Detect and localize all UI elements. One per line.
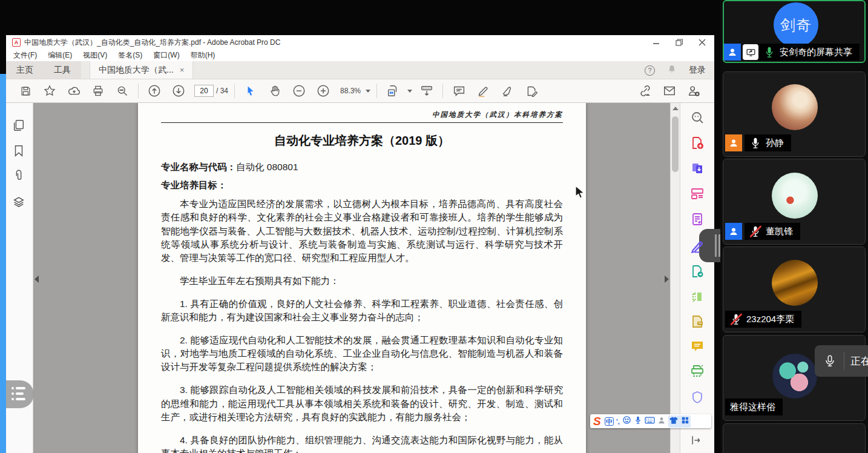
email-icon[interactable] bbox=[657, 82, 682, 100]
comment-tool-icon[interactable] bbox=[690, 339, 705, 356]
print-icon[interactable] bbox=[86, 82, 110, 100]
organize-pages-tool-icon[interactable] bbox=[690, 187, 705, 203]
save-icon[interactable] bbox=[13, 82, 38, 100]
comment-icon[interactable] bbox=[447, 82, 471, 100]
bookmarks-icon[interactable] bbox=[12, 144, 25, 160]
fill-sign-tool-icon[interactable] bbox=[690, 239, 706, 257]
document-viewport[interactable]: 中国地质大学（武汉）本科培养方案 自动化专业培养方案（2019 版） 专业名称与… bbox=[33, 103, 670, 453]
page-fit-icon[interactable] bbox=[381, 82, 405, 100]
vertical-scrollbar[interactable] bbox=[670, 103, 680, 453]
scrollbar-thumb[interactable] bbox=[672, 116, 679, 172]
zoom-in-icon[interactable] bbox=[311, 82, 335, 100]
zoom-level-value[interactable]: 88.3% bbox=[340, 87, 361, 95]
prepare-form-tool-icon[interactable] bbox=[690, 314, 705, 331]
page-number-input[interactable]: 20 bbox=[194, 85, 214, 97]
menu-sign[interactable]: 签名(S) bbox=[118, 50, 142, 61]
collapse-right-panel-icon[interactable] bbox=[665, 276, 669, 283]
title-bar[interactable]: A 中国地质大学（武汉）_自动化类_自动化_培养方案.pdf - Adobe A… bbox=[6, 35, 714, 50]
page-fit-dropdown-icon[interactable] bbox=[407, 90, 412, 93]
attachments-paperclip-icon[interactable] bbox=[12, 169, 25, 185]
restore-button[interactable] bbox=[676, 39, 683, 46]
collapse-left-panel-icon[interactable] bbox=[35, 276, 39, 283]
ime-toolbar: S 中 ’, bbox=[590, 414, 711, 428]
field-value: 自动化 080801 bbox=[236, 162, 298, 172]
pdf-page: 中国地质大学（武汉）本科培养方案 自动化专业培养方案（2019 版） 专业名称与… bbox=[138, 103, 586, 453]
participant-name: 董凯锋 bbox=[766, 226, 793, 237]
sign-in-button[interactable]: 登录 bbox=[689, 65, 706, 76]
ime-keyboard-icon[interactable] bbox=[645, 416, 655, 427]
speaking-text: 正在讲 bbox=[850, 354, 868, 368]
ime-voice-mic-icon[interactable] bbox=[634, 415, 642, 427]
ime-punctuation-icon[interactable]: ’, bbox=[616, 418, 620, 425]
participant-tile[interactable]: 23z204李栗 bbox=[723, 246, 866, 332]
fill-sign-icon[interactable] bbox=[495, 82, 519, 100]
floating-list-widget[interactable] bbox=[6, 380, 34, 408]
header-rule bbox=[161, 122, 563, 123]
star-icon[interactable] bbox=[38, 82, 62, 100]
minimize-button[interactable] bbox=[653, 39, 660, 46]
avatar bbox=[772, 260, 818, 306]
menu-view[interactable]: 视图(V) bbox=[83, 50, 107, 61]
menu-bar: 文件(F) 编辑(E) 视图(V) 签名(S) 窗口(W) 帮助(H) bbox=[6, 50, 714, 61]
create-pdf-tool-icon[interactable] bbox=[690, 136, 705, 153]
hand-pan-icon[interactable] bbox=[263, 82, 287, 100]
scan-ocr-tool-icon[interactable] bbox=[690, 364, 705, 381]
menu-edit[interactable]: 编辑(E) bbox=[48, 50, 72, 61]
tab-bar: 主页 工具 中国地质大学（武... × ? 登录 bbox=[6, 61, 714, 79]
tools-panel bbox=[680, 103, 714, 453]
search-tool-icon[interactable] bbox=[690, 110, 705, 127]
menu-help[interactable]: 帮助(H) bbox=[191, 50, 215, 61]
protect-tool-icon[interactable] bbox=[690, 390, 705, 407]
member-badge-icon bbox=[725, 134, 742, 151]
ime-toolbox-icon[interactable] bbox=[681, 416, 689, 427]
participant-tile[interactable]: 剑奇 安剑奇的屏幕共享 bbox=[723, 0, 866, 63]
tab-home[interactable]: 主页 bbox=[6, 61, 44, 79]
participant-name: 雅得这样俗 bbox=[730, 402, 775, 413]
participant-tile[interactable] bbox=[723, 423, 866, 453]
tab-close-icon[interactable]: × bbox=[180, 65, 185, 74]
help-icon[interactable]: ? bbox=[645, 65, 655, 76]
add-user-icon[interactable] bbox=[682, 82, 706, 100]
scroll-up-icon[interactable] bbox=[672, 107, 679, 110]
ime-emoji-icon[interactable] bbox=[622, 415, 631, 427]
select-cursor-icon[interactable] bbox=[238, 82, 263, 100]
tab-tools[interactable]: 工具 bbox=[44, 61, 81, 79]
ime-account-icon[interactable] bbox=[657, 416, 666, 427]
member-badge-icon bbox=[724, 44, 741, 61]
notifications-bell-icon[interactable] bbox=[667, 64, 677, 76]
ime-skin-icon[interactable] bbox=[669, 416, 679, 427]
menu-file[interactable]: 文件(F) bbox=[13, 50, 37, 61]
zoom-out-icon[interactable] bbox=[287, 82, 311, 100]
close-button[interactable] bbox=[699, 39, 706, 46]
participant-name: 安剑奇的屏幕共享 bbox=[780, 47, 852, 58]
layers-icon[interactable] bbox=[12, 195, 25, 211]
expand-panel-icon[interactable] bbox=[690, 435, 702, 448]
presentation-mode-icon[interactable] bbox=[415, 82, 439, 100]
zoom-dropdown-icon[interactable] bbox=[366, 90, 370, 93]
previous-page-icon[interactable] bbox=[142, 82, 166, 100]
member-badge-icon bbox=[725, 223, 742, 240]
mic-muted-icon bbox=[749, 225, 761, 237]
participant-tile[interactable]: 董凯锋 bbox=[723, 159, 866, 245]
stamp-edit-icon[interactable] bbox=[519, 82, 544, 100]
highlighter-icon[interactable] bbox=[471, 82, 495, 100]
menu-window[interactable]: 窗口(W) bbox=[153, 50, 179, 61]
screen-share-badge-icon bbox=[743, 44, 758, 60]
share-link-icon[interactable] bbox=[633, 82, 657, 100]
ime-chinese-mode-icon[interactable]: 中 bbox=[605, 417, 614, 426]
send-for-comments-tool-icon[interactable] bbox=[690, 264, 705, 281]
cloud-upload-icon[interactable] bbox=[62, 82, 86, 100]
export-pdf-tool-icon[interactable] bbox=[690, 161, 705, 178]
next-page-icon[interactable] bbox=[166, 82, 191, 100]
sogou-logo-icon[interactable]: S bbox=[593, 415, 601, 427]
page-header-text: 中国地质大学（武汉）本科培养方案 bbox=[161, 110, 563, 119]
participant-name: 23z204李栗 bbox=[746, 314, 794, 325]
edit-pdf-tool-icon[interactable] bbox=[690, 212, 705, 229]
page-thumbnails-icon[interactable] bbox=[12, 119, 25, 134]
tab-document[interactable]: 中国地质大学（武... × bbox=[90, 61, 193, 79]
avatar bbox=[772, 354, 817, 398]
participant-tile[interactable]: 孙静 bbox=[723, 71, 866, 157]
search-icon[interactable] bbox=[110, 82, 134, 100]
crop-pages-tool-icon[interactable] bbox=[690, 289, 705, 306]
avatar bbox=[772, 173, 818, 219]
